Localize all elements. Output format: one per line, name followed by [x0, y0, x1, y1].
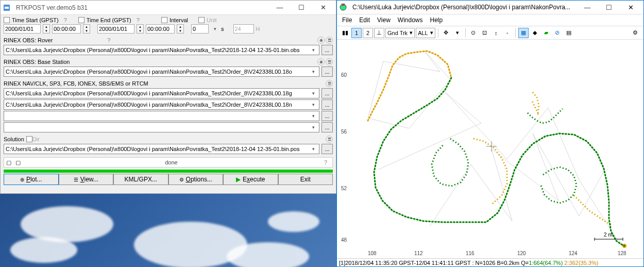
interval-unit: s — [221, 26, 224, 32]
base-path-input[interactable]: C:\Users\Luka Jurjevic\Dropbox (Personal… — [4, 66, 319, 77]
time-end-checkbox[interactable] — [78, 17, 84, 23]
spinner[interactable]: ▲▼ — [83, 24, 90, 34]
spinner[interactable]: ▲▼ — [43, 24, 50, 34]
menu-edit[interactable]: Edit — [359, 16, 370, 24]
y-tick: 56 — [341, 129, 347, 135]
grid-icon[interactable]: ▦ — [518, 28, 529, 38]
menubar: File Edit View Windows Help — [337, 14, 643, 26]
time-start-checkbox[interactable] — [4, 17, 10, 23]
fix-vert-icon[interactable]: ↕ — [491, 28, 501, 38]
browse-button[interactable]: ... — [321, 66, 333, 77]
execute-button[interactable]: ▶Execute — [223, 174, 278, 185]
menu-help[interactable]: Help — [430, 16, 443, 24]
interval-checkbox[interactable] — [161, 17, 167, 23]
fit-icon[interactable]: ✥ — [441, 28, 451, 38]
center-origin-icon[interactable]: ⊙ — [468, 28, 479, 38]
chevron-down-icon[interactable]: ▾ — [309, 91, 317, 96]
x-tick: 128 — [618, 251, 626, 256]
exit-button[interactable]: Exit — [278, 174, 333, 185]
chevron-down-icon[interactable]: ▾ — [309, 113, 317, 119]
time-start-time[interactable]: 00:00:00 — [52, 24, 81, 34]
help-icon[interactable]: ? — [133, 17, 143, 23]
mode-3-button[interactable]: ⊥ — [374, 28, 384, 38]
chevron-down-icon[interactable]: ▾ — [309, 125, 317, 130]
status-text: [1]2018/12/04 11:35:20 GPST-12/04 11:41:… — [339, 260, 529, 266]
center-track-icon[interactable]: ⊡ — [480, 28, 490, 38]
settings-icon[interactable]: ⚙ — [630, 28, 640, 38]
view-combo[interactable]: Gnd Trk▾ — [385, 28, 415, 38]
chevron-down-icon[interactable]: ▾ — [309, 102, 317, 107]
nav-path-1[interactable]: C:\Users\Luka Jurjevic\Dropbox (Personal… — [4, 88, 319, 98]
sat-combo[interactable]: ALL▾ — [416, 28, 435, 38]
chevron-down-icon[interactable]: ▾ — [309, 47, 317, 53]
nav-path-2[interactable]: C:\Users\Luka Jurjevic\Dropbox (Personal… — [4, 99, 319, 110]
spinner[interactable]: ▲▼ — [177, 24, 184, 34]
browse-button[interactable]: ... — [321, 45, 333, 55]
minimize-button[interactable]: — — [269, 1, 291, 14]
menu-file[interactable]: File — [342, 16, 352, 24]
chevron-down-icon[interactable]: ▾ — [309, 146, 317, 152]
svg-rect-1 — [5, 7, 9, 9]
spinner[interactable]: ▲▼ — [137, 24, 144, 34]
dropdown-icon[interactable]: ▾ — [452, 28, 463, 38]
chevron-down-icon: ▾ — [410, 29, 413, 36]
browse-button[interactable]: ... — [321, 88, 333, 98]
maximize-button[interactable]: ☐ — [598, 1, 620, 14]
menu-view[interactable]: View — [377, 16, 391, 24]
browse-button[interactable]: ... — [321, 122, 333, 132]
browse-button[interactable]: ... — [321, 99, 333, 110]
fix-horiz-icon[interactable]: ◦ — [502, 28, 513, 38]
minimize-button[interactable]: — — [577, 1, 598, 14]
nav-path-4[interactable]: ▾ — [4, 122, 319, 132]
solution-path[interactable]: C:\Users\Luka Jurjevic\Dropbox (Personal… — [4, 144, 319, 154]
view-icon[interactable]: ☰ — [326, 37, 333, 44]
y-tick: 60 — [341, 72, 347, 78]
close-button[interactable]: ✕ — [312, 1, 334, 14]
chevron-down-icon[interactable]: ▾ — [211, 26, 219, 31]
unit-input[interactable]: 24 — [233, 24, 254, 34]
view-icon[interactable]: ☰ — [326, 136, 333, 143]
browse-button[interactable]: ... — [321, 144, 333, 154]
dir-checkbox[interactable] — [26, 136, 32, 142]
x-tick: 124 — [569, 251, 578, 256]
plot-button[interactable]: ⊕PPlot...lot... — [4, 174, 59, 185]
view-icon[interactable]: ☰ — [326, 80, 333, 87]
y-tick: 48 — [341, 237, 347, 243]
status-bar: [1]2018/12/04 11:35:20 GPST-12/04 11:41:… — [337, 258, 643, 266]
pause-icon[interactable]: ▮▮ — [340, 28, 350, 38]
plot-opt-icon[interactable]: ◆ — [530, 28, 540, 38]
dir-label: Dir — [32, 136, 40, 142]
mode-2-button[interactable]: 2 — [363, 28, 373, 38]
plot-area[interactable]: 60 56 52 48 108 112 116 120 124 128 — [337, 40, 643, 258]
nav-path-3[interactable]: ▾ — [4, 111, 319, 121]
time-end-time[interactable]: 00:00:00 — [146, 24, 175, 34]
options-button[interactable]: ⚙Options... — [168, 174, 224, 185]
chevron-down-icon[interactable]: ▾ — [309, 69, 317, 74]
rover-path-input[interactable]: C:\Users\Luka Jurjevic\Dropbox (Personal… — [4, 45, 319, 55]
time-end-date[interactable]: 2000/01/01 — [97, 24, 134, 34]
status-q2: 2:362(35.3%) — [564, 260, 598, 266]
maximize-button[interactable]: ☐ — [291, 1, 312, 14]
kml-button[interactable]: KML/GPX... — [113, 174, 168, 185]
help-icon[interactable]: ? — [321, 159, 330, 165]
time-end-label: Time End (GPST) — [87, 17, 131, 23]
view-icon[interactable]: ☰ — [326, 58, 333, 65]
time-start-label: Time Start (GPST) — [12, 17, 59, 23]
swap-icon[interactable]: ⊕ — [317, 58, 325, 65]
menu-windows[interactable]: Windows — [398, 16, 423, 24]
progress-bar — [4, 170, 333, 173]
view-button[interactable]: ☰View... — [59, 174, 114, 185]
help-icon[interactable]: ? — [104, 37, 113, 43]
close-button[interactable]: ✕ — [620, 1, 641, 14]
interval-input[interactable]: 0 — [191, 24, 209, 34]
browse-button[interactable]: ... — [321, 111, 333, 121]
map-icon[interactable]: ▰ — [541, 28, 551, 38]
time-start-date[interactable]: 2000/01/01 — [4, 24, 41, 34]
mode-1-button[interactable]: 1 — [351, 28, 362, 38]
unit-checkbox[interactable] — [198, 17, 205, 23]
help-icon[interactable]: ? — [61, 17, 70, 23]
swap-icon[interactable]: ⊕ — [317, 37, 325, 44]
ge-icon[interactable]: ▤ — [564, 28, 574, 38]
x-tick: 112 — [414, 251, 423, 256]
globe-icon[interactable]: ⊘ — [552, 28, 563, 38]
